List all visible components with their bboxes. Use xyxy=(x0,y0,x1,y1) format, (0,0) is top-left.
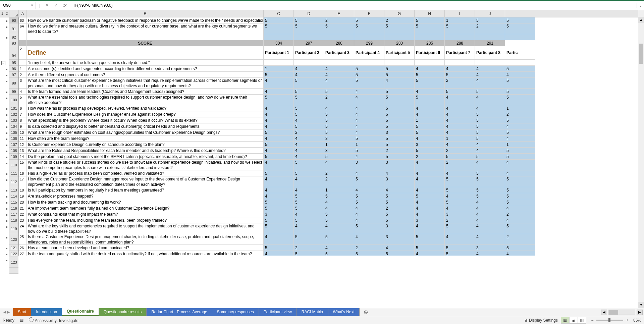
cell[interactable]: 5 xyxy=(445,251,475,256)
cell[interactable]: 5 xyxy=(415,123,445,129)
cell[interactable] xyxy=(475,34,505,40)
cell[interactable]: Participant 6 xyxy=(415,46,445,60)
cell[interactable]: 3 xyxy=(384,129,415,136)
cell[interactable]: 4 xyxy=(475,211,505,217)
cell[interactable]: 3 xyxy=(445,211,475,217)
cell[interactable]: 4 xyxy=(264,123,294,129)
vertical-scrollbar[interactable]: ▲ ▼ xyxy=(638,17,644,308)
cell[interactable]: 285 xyxy=(415,40,445,46)
cell[interactable]: 2 xyxy=(415,154,445,160)
cell[interactable]: 5 xyxy=(415,95,445,105)
cell[interactable]: 3 xyxy=(415,142,445,148)
cell[interactable]: 5 xyxy=(475,154,505,160)
cell[interactable]: 4 xyxy=(264,136,294,142)
cell[interactable]: 5 xyxy=(384,217,415,223)
cell[interactable]: 5 xyxy=(384,111,415,117)
cell[interactable]: 304 xyxy=(264,40,294,46)
cell[interactable]: Define xyxy=(27,46,264,60)
cell[interactable]: 4 xyxy=(415,187,445,193)
outline-collapse-button[interactable]: − xyxy=(1,61,5,65)
cell[interactable]: 4 xyxy=(324,223,354,234)
cell[interactable]: 1 xyxy=(505,142,535,148)
cell[interactable]: 5 xyxy=(505,23,535,34)
row-number[interactable]: 115 xyxy=(9,199,18,205)
cell[interactable]: 5 xyxy=(324,89,354,95)
cell[interactable]: 5 xyxy=(505,193,535,199)
cell[interactable]: 5 xyxy=(294,111,324,117)
cell[interactable]: 5 xyxy=(264,95,294,105)
cell[interactable]: 5 xyxy=(445,154,475,160)
cell[interactable]: 5 xyxy=(505,129,535,136)
cell[interactable]: 5 xyxy=(294,89,324,95)
cell[interactable]: 4 xyxy=(294,142,324,148)
cell[interactable]: 5 xyxy=(324,251,354,256)
sheet-tab-radar-chart---process-average[interactable]: Radar Chart - Process Average xyxy=(147,308,212,316)
cell[interactable]: 4 xyxy=(264,111,294,117)
row-number[interactable]: 116 xyxy=(9,205,18,211)
cell[interactable] xyxy=(505,34,535,40)
cell[interactable]: How do we handle customer backlash or ne… xyxy=(27,17,264,23)
column-header-A[interactable]: A xyxy=(19,10,27,17)
cell[interactable]: 25 xyxy=(19,234,27,245)
cell[interactable]: 5 xyxy=(354,223,384,234)
cell[interactable]: 5 xyxy=(294,78,324,89)
row-number[interactable]: 103 xyxy=(9,117,18,123)
cell[interactable]: 4 xyxy=(294,136,324,142)
cell[interactable]: 5 xyxy=(354,66,384,72)
cell[interactable]: 5 xyxy=(294,205,324,211)
cell[interactable]: 5 xyxy=(294,105,324,111)
cell[interactable]: 4 xyxy=(475,160,505,170)
cell[interactable]: 4 xyxy=(264,117,294,123)
cells-area[interactable]: 63How do we handle customer backlash or … xyxy=(19,17,644,256)
cell[interactable]: 4 xyxy=(384,78,415,89)
column-header-D[interactable]: D xyxy=(294,10,324,17)
cell[interactable]: 4 xyxy=(445,117,475,123)
cell[interactable]: 3 xyxy=(415,217,445,223)
cell[interactable]: 4 xyxy=(505,72,535,78)
cell[interactable]: 5 xyxy=(475,117,505,123)
cell[interactable]: 5 xyxy=(294,193,324,199)
cell[interactable]: 5 xyxy=(475,89,505,95)
row-number[interactable] xyxy=(9,268,18,274)
name-box-dropdown-icon[interactable]: ▼ xyxy=(31,4,34,7)
cell[interactable] xyxy=(384,60,415,66)
cell[interactable]: 5 xyxy=(384,154,415,160)
cell[interactable]: 4 xyxy=(264,89,294,95)
cell[interactable]: 5 xyxy=(324,211,354,217)
cell[interactable] xyxy=(294,34,324,40)
cell[interactable]: 18 xyxy=(19,187,27,193)
cell[interactable]: 1 xyxy=(19,66,27,72)
cell[interactable]: 5 xyxy=(415,17,445,23)
cell[interactable]: 4 xyxy=(354,205,384,211)
cell[interactable]: 19 xyxy=(19,193,27,199)
outline-level-2[interactable]: 2 xyxy=(5,10,9,17)
cell[interactable]: 10 xyxy=(19,129,27,136)
cell[interactable]: 3 xyxy=(384,234,415,245)
cell[interactable] xyxy=(19,40,27,46)
cell[interactable]: 5 xyxy=(445,89,475,95)
cell[interactable]: 5 xyxy=(415,78,445,89)
cell[interactable]: How was the 'as is' process map develope… xyxy=(27,105,264,111)
column-header-I[interactable]: I xyxy=(445,10,475,17)
cell[interactable]: 2 xyxy=(505,111,535,117)
cell[interactable]: Participant 7 xyxy=(445,46,475,60)
cell[interactable]: 4 xyxy=(354,217,384,223)
cell[interactable]: 27 xyxy=(19,251,27,256)
row-number[interactable]: 113 xyxy=(9,187,18,193)
cell[interactable]: 4 xyxy=(415,223,445,234)
cell[interactable]: 4 xyxy=(475,105,505,111)
cell[interactable]: 4 xyxy=(505,136,535,142)
cell[interactable]: 4 xyxy=(475,217,505,223)
cell[interactable]: 1 xyxy=(324,187,354,193)
row-number[interactable]: 119 xyxy=(9,223,18,234)
row-number[interactable]: 106 xyxy=(9,136,18,142)
row-number[interactable]: 120 xyxy=(9,234,18,245)
horizontal-scrollbar[interactable]: ◀ ▶ xyxy=(601,310,644,315)
formula-input[interactable] xyxy=(69,3,637,8)
cell[interactable]: 5 xyxy=(354,23,384,34)
cell[interactable]: What constraints exist that might impact… xyxy=(27,211,264,217)
cell[interactable]: 4 xyxy=(475,66,505,72)
column-header-C[interactable]: C xyxy=(264,10,294,17)
cell[interactable]: 5 xyxy=(445,199,475,205)
cell[interactable]: 2 xyxy=(445,78,475,89)
